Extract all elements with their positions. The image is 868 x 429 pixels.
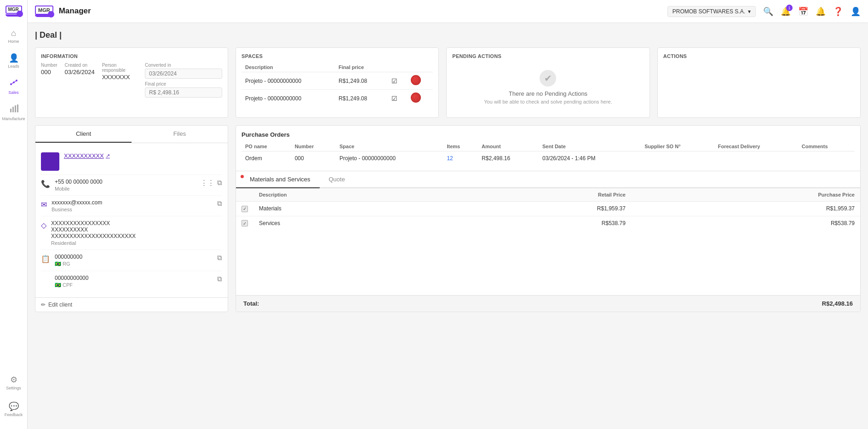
mat-col-purchase: Purchase Price <box>631 188 860 202</box>
sidebar-nav: ⌂ Home 👤 Leads Sales Manufacture <box>0 24 27 370</box>
bottom-layout: Client Files XXXXXXXXXX ↗ <box>35 125 861 312</box>
search-icon[interactable]: 🔍 <box>763 6 773 17</box>
spaces-card: Spaces Description Final price Projeto -… <box>236 47 439 118</box>
svg-rect-6 <box>17 104 18 112</box>
home-icon: ⌂ <box>11 29 16 38</box>
po-col-space: Space <box>336 142 443 151</box>
client-doc2-row: 00000000000 🇧🇷 CPF ⧉ <box>41 271 222 292</box>
tab-materials[interactable]: Materials and Services <box>236 171 320 188</box>
pending-empty-icon: ✔ <box>540 70 556 87</box>
person-responsible-field: Person responsible XXXXXXX <box>102 63 134 81</box>
po-col-forecast: Forecast Delivery <box>714 142 798 151</box>
converted-in-input[interactable] <box>145 69 222 79</box>
pending-actions-card: Pending Actions ✔ There are no Pending A… <box>446 47 650 118</box>
sidebar-item-home[interactable]: ⌂ Home <box>0 24 27 48</box>
doc2-copy-icon[interactable]: ⧉ <box>217 275 222 283</box>
final-price-input[interactable] <box>145 87 222 98</box>
sidebar-item-leads[interactable]: 👤 Leads <box>0 48 27 73</box>
po-col-comments: Comments <box>798 142 855 151</box>
materials-table: Description Retail Price Purchase Price … <box>236 188 860 230</box>
converted-in-field: Converted in Final price <box>145 63 222 98</box>
number-field: Number 000 <box>41 63 57 75</box>
globe-icon[interactable] <box>411 75 421 85</box>
leads-icon: 👤 <box>9 53 19 63</box>
spaces-title: Spaces <box>241 53 433 59</box>
brazil-flag: 🇧🇷 <box>55 261 61 267</box>
services-checkbox[interactable]: ✓ <box>241 220 248 226</box>
po-col-items: Items <box>443 142 478 151</box>
top-grid: Information Number 000 Created on 03/26/… <box>35 47 861 118</box>
actions-title: Actions <box>663 53 855 59</box>
po-table: PO name Number Space Items Amount Sent D… <box>241 142 855 165</box>
pending-actions-title: Pending Actions <box>452 53 644 59</box>
po-col-amount: Amount <box>478 142 539 151</box>
edit-client-button[interactable]: ✏ Edit client <box>35 297 228 312</box>
total-bar: Total: R$2,498.16 <box>236 295 860 312</box>
doc1-copy-icon[interactable]: ⧉ <box>217 254 222 262</box>
sidebar-item-feedback[interactable]: 💬 Feedback <box>5 397 23 422</box>
sidebar-item-settings[interactable]: ⚙ Settings <box>5 370 23 395</box>
sidebar-item-sales[interactable]: Sales <box>0 73 27 99</box>
brazil-flag-2: 🇧🇷 <box>55 282 61 288</box>
phone-copy-icon[interactable]: ⧉ <box>217 179 222 187</box>
po-title: Purchase Orders <box>241 131 855 138</box>
total-label: Total: <box>243 300 259 307</box>
pending-empty-sub: You will be able to check and solve pend… <box>484 99 612 104</box>
header-manager: Manager <box>59 6 91 16</box>
mat-dot <box>241 175 244 178</box>
client-email-row: ✉ xxxxxxx@xxxxx.com Business ⧉ <box>41 196 222 216</box>
sidebar: MGR ⌂ Home 👤 Leads Sales Manufactu <box>0 0 28 429</box>
header-logo: MGR Manager <box>35 6 91 17</box>
right-panel: Purchase Orders PO name Number Space Ite… <box>236 125 861 312</box>
logo-area: MGR <box>6 0 22 20</box>
help-icon[interactable]: ❓ <box>833 6 843 17</box>
edit-icon: ✏ <box>41 301 46 308</box>
address-icon: ◇ <box>41 221 46 230</box>
po-items-link[interactable]: 12 <box>443 151 478 166</box>
po-col-sent-date: Sent Date <box>539 142 641 151</box>
info-fields: Number 000 Created on 03/26/2024 Person … <box>41 63 222 98</box>
tab-files[interactable]: Files <box>132 126 228 143</box>
space-row: Projeto - 00000000000 R$1,249.08 ☑ <box>241 90 433 107</box>
main-container: MGR Manager PROMOB SOFTWARES S.A. ▾ 🔍 🔔 … <box>28 0 868 429</box>
mat-row: ✓ Materials R$1,959.37 R$1,959.37 <box>236 202 860 216</box>
po-row: Ordem 000 Projeto - 00000000000 12 R$2,4… <box>241 151 855 166</box>
header-left: MGR Manager <box>35 6 91 17</box>
manufacture-icon <box>9 104 18 116</box>
materials-checkbox[interactable]: ✓ <box>241 206 248 212</box>
email-copy-icon[interactable]: ⧉ <box>217 199 222 208</box>
total-value: R$2,498.16 <box>822 300 853 307</box>
purchase-orders-section: Purchase Orders PO name Number Space Ite… <box>236 126 860 171</box>
sidebar-item-manufacture[interactable]: Manufacture <box>0 99 27 126</box>
phone-icon: 📞 <box>41 180 50 188</box>
pending-empty-title: There are no Pending Actions <box>509 90 587 97</box>
alert-icon[interactable]: 🔔 <box>816 6 826 17</box>
doc1-icon: 📋 <box>41 255 50 263</box>
notification-badge: 1 <box>786 5 793 11</box>
space-row: Projeto - 00000000000 R$1,249.08 ☑ <box>241 72 433 90</box>
globe-icon[interactable] <box>411 93 421 103</box>
chevron-down-icon: ▾ <box>748 8 751 15</box>
company-selector[interactable]: PROMOB SOFTWARES S.A. ▾ <box>667 6 756 17</box>
external-link-icon: ↗ <box>106 153 110 159</box>
calendar-icon[interactable]: 📅 <box>798 6 808 17</box>
po-col-supplier: Supplier SO N° <box>641 142 714 151</box>
client-address-row: ◇ XXXXXXXXXXXXXXXXXXXXXXXXXXXXXXXXXXXXXX… <box>41 216 222 250</box>
client-name-row: XXXXXXXXXX ↗ <box>41 149 222 175</box>
mat-col-description: Description <box>253 188 441 202</box>
feedback-icon: 💬 <box>9 401 19 412</box>
sidebar-bottom: ⚙ Settings 💬 Feedback <box>5 370 23 429</box>
tab-quote[interactable]: Quote <box>320 171 354 187</box>
tab-client[interactable]: Client <box>35 126 132 143</box>
header-right: PROMOB SOFTWARES S.A. ▾ 🔍 🔔 1 📅 🔔 ❓ 👤 <box>667 6 861 17</box>
page-content: | Deal | Information Number 000 Created … <box>28 23 868 429</box>
page-title: | Deal | <box>35 30 861 40</box>
notifications-icon[interactable]: 🔔 1 <box>781 6 791 17</box>
materials-tabs: Materials and Services Quote <box>236 171 860 188</box>
client-content: XXXXXXXXXX ↗ 📞 +55 00 00000 0000 Mobile <box>35 143 228 297</box>
client-name-link[interactable]: XXXXXXXXXX ↗ <box>64 152 110 159</box>
svg-rect-5 <box>15 105 16 112</box>
phone-grid-icon[interactable]: ⋮⋮ <box>201 179 214 187</box>
client-avatar <box>41 152 59 171</box>
user-icon[interactable]: 👤 <box>851 6 861 17</box>
